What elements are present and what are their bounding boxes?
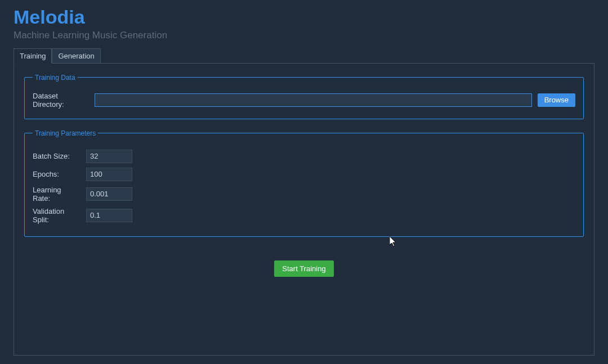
epochs-input[interactable] [86,168,132,181]
training-panel: Training Data Dataset Directory: Browse … [14,63,594,356]
batch-size-label: Batch Size: [33,152,81,160]
browse-button[interactable]: Browse [538,93,575,107]
dataset-directory-input[interactable] [95,93,532,107]
batch-size-input[interactable] [86,150,132,163]
training-parameters-legend: Training Parameters [33,129,98,137]
learning-rate-input[interactable] [86,187,132,201]
tab-strip: Training Generation [14,48,594,63]
app-title: Melodia [14,6,594,29]
validation-split-label: Validation Split: [33,207,81,224]
tab-generation[interactable]: Generation [52,48,100,64]
start-training-button[interactable]: Start Training [274,260,333,277]
training-parameters-group: Training Parameters Batch Size: Epochs: … [24,129,584,237]
training-data-group: Training Data Dataset Directory: Browse [24,74,584,119]
learning-rate-label: Learning Rate: [33,186,81,203]
tab-training[interactable]: Training [14,48,52,64]
dataset-directory-label: Dataset Directory: [33,92,89,109]
epochs-label: Epochs: [33,170,81,178]
training-data-legend: Training Data [33,74,78,82]
app-subtitle: Machine Learning Music Generation [14,30,594,41]
validation-split-input[interactable] [86,209,132,222]
